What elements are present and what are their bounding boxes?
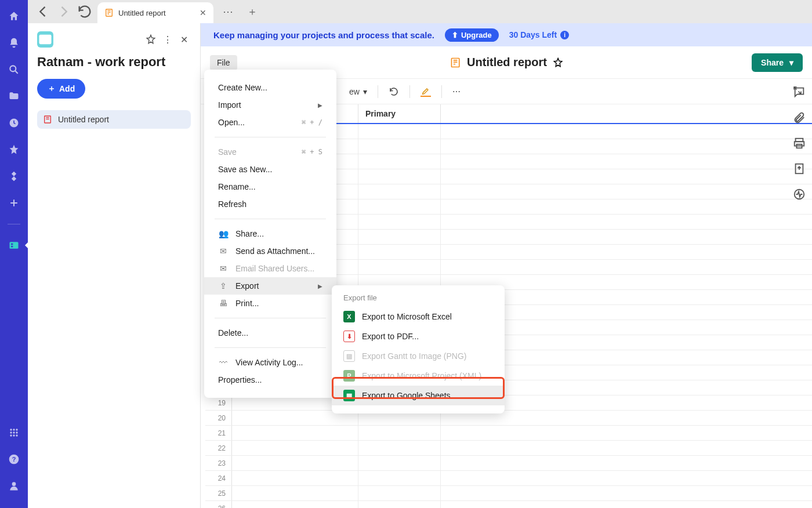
tab-overflow-button[interactable]: ⋯: [218, 5, 238, 18]
menu-properties[interactable]: Properties...: [204, 371, 336, 389]
add-button[interactable]: ＋ Add: [37, 79, 85, 99]
table-row[interactable]: 20: [205, 411, 812, 426]
clock-icon[interactable]: [8, 117, 20, 129]
menu-create-new[interactable]: Create New...: [204, 79, 336, 96]
svg-point-0: [10, 66, 16, 71]
cell[interactable]: [358, 456, 441, 470]
cell[interactable]: [232, 456, 358, 470]
favorite-icon[interactable]: [146, 34, 156, 45]
search-icon[interactable]: [8, 64, 20, 75]
reload-button[interactable]: [77, 3, 93, 20]
diamond-icon[interactable]: [8, 170, 20, 182]
cell[interactable]: [232, 441, 358, 455]
table-row[interactable]: 23: [205, 456, 812, 471]
tab-close-icon[interactable]: ✕: [200, 8, 206, 17]
cell[interactable]: [358, 486, 441, 500]
table-row[interactable]: 22: [205, 441, 812, 456]
menu-send-attachment[interactable]: ✉Send as Attachment...: [204, 242, 336, 260]
menu-open[interactable]: Open...⌘ + /: [204, 114, 336, 131]
folder-icon[interactable]: [8, 90, 20, 102]
comments-icon[interactable]: [793, 86, 806, 99]
menu-import[interactable]: Import▶: [204, 96, 336, 114]
menu-sep: [215, 347, 326, 348]
cell[interactable]: [232, 471, 358, 485]
cell[interactable]: [358, 139, 441, 154]
export-pdf[interactable]: ⬇Export to PDF...: [332, 326, 505, 346]
cell[interactable]: [232, 426, 358, 440]
cell[interactable]: [358, 426, 441, 440]
menu-delete[interactable]: Delete...: [204, 324, 336, 342]
sidebar-item-report[interactable]: Untitled report: [37, 110, 191, 129]
workspace-avatar[interactable]: [37, 31, 53, 48]
share-button[interactable]: Share ▾: [752, 53, 803, 72]
svg-point-6: [13, 429, 14, 430]
cell[interactable]: [358, 169, 441, 184]
cell[interactable]: [358, 124, 441, 139]
print-rail-icon[interactable]: [793, 137, 806, 150]
tab-active[interactable]: Untitled report ✕: [97, 2, 213, 23]
file-menu: Create New... Import▶ Open...⌘ + / Save⌘…: [204, 70, 336, 398]
refresh-button[interactable]: [389, 86, 399, 97]
cell[interactable]: [358, 199, 441, 214]
menu-export[interactable]: ⇪Export▶: [204, 277, 336, 295]
more-icon[interactable]: ⋮: [163, 34, 173, 45]
upgrade-banner: Keep managing your projects and process …: [201, 23, 812, 46]
cell[interactable]: [358, 245, 441, 259]
share-label: Share: [761, 58, 784, 67]
publish-icon[interactable]: [793, 162, 806, 175]
cell[interactable]: [358, 230, 441, 244]
user-icon[interactable]: [8, 480, 20, 492]
table-row[interactable]: 25: [205, 486, 812, 501]
export-submenu-title: Export file: [332, 291, 505, 307]
table-row[interactable]: 21: [205, 426, 812, 441]
menu-print[interactable]: 🖶Print...: [204, 295, 336, 312]
menu-share[interactable]: 👥Share...: [204, 225, 336, 242]
home-icon[interactable]: [8, 10, 20, 22]
menu-rename[interactable]: Rename...: [204, 178, 336, 195]
close-sidebar-icon[interactable]: ✕: [180, 34, 191, 45]
export-excel[interactable]: XExport to Microsoft Excel: [332, 307, 505, 326]
cell[interactable]: [358, 260, 441, 274]
sidebar: ⋮ ✕ Ratnam - work report ＋ Add Untitled …: [28, 23, 201, 508]
menu-refresh[interactable]: Refresh: [204, 195, 336, 213]
upgrade-button[interactable]: ⬆ Upgrade: [445, 28, 499, 42]
report-icon: [449, 57, 461, 68]
bell-icon[interactable]: [8, 37, 20, 49]
export-google-sheets[interactable]: ▦Export to Google Sheets...: [332, 386, 505, 405]
more-tools-button[interactable]: ⋯: [452, 87, 461, 96]
back-button[interactable]: [35, 3, 51, 20]
mail-icon: ✉: [218, 264, 229, 273]
msproject-icon: P: [343, 370, 355, 382]
plus-rail-icon[interactable]: [8, 197, 20, 209]
cell[interactable]: [358, 154, 441, 169]
star-rail-icon[interactable]: [8, 144, 20, 155]
highlight-button[interactable]: [420, 86, 431, 97]
forward-button[interactable]: [56, 3, 72, 20]
info-icon[interactable]: i: [560, 31, 569, 39]
file-menu-button[interactable]: File: [210, 55, 237, 70]
chevron-right-icon: ▶: [318, 102, 322, 108]
workspace-icon[interactable]: [8, 240, 20, 251]
table-row[interactable]: 26: [205, 501, 812, 508]
cell[interactable]: [358, 441, 441, 455]
menu-activity-log[interactable]: 〰View Activity Log...: [204, 354, 336, 371]
view-dropdown[interactable]: ew ▾: [349, 87, 367, 96]
table-row[interactable]: 24: [205, 471, 812, 486]
menu-save-as[interactable]: Save as New...: [204, 161, 336, 178]
star-icon[interactable]: [553, 57, 563, 68]
help-icon[interactable]: ?: [8, 453, 20, 465]
cell[interactable]: [358, 215, 441, 229]
doc-title[interactable]: Untitled report: [467, 56, 547, 69]
cell[interactable]: [358, 471, 441, 485]
col-primary-header[interactable]: Primary: [358, 104, 441, 123]
activity-icon[interactable]: [793, 188, 806, 201]
tab-add-button[interactable]: ＋: [242, 5, 262, 19]
cell[interactable]: [358, 501, 441, 508]
apps-grid-icon[interactable]: [8, 427, 20, 438]
cell[interactable]: [232, 486, 358, 500]
cell[interactable]: [232, 501, 358, 508]
svg-point-16: [12, 482, 16, 486]
cell[interactable]: [358, 184, 441, 199]
tab-bar: Untitled report ✕ ⋯ ＋: [28, 0, 812, 23]
attachments-icon[interactable]: [793, 111, 806, 124]
